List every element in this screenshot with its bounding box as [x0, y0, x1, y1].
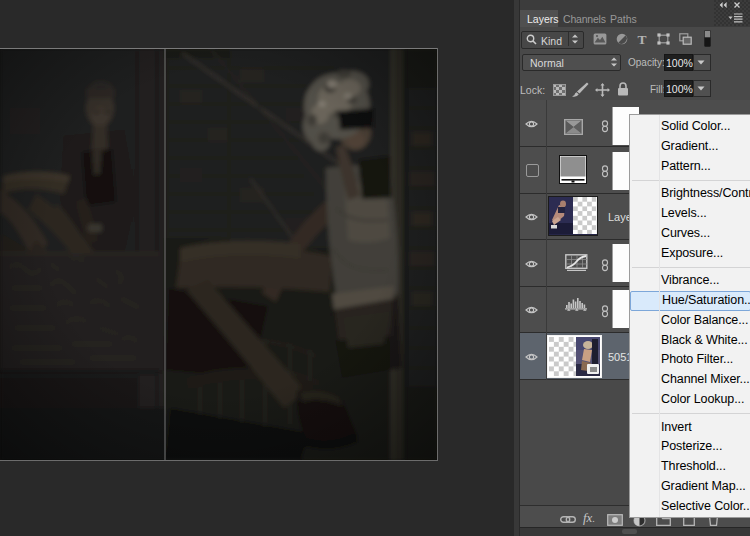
svg-text:T: T	[637, 32, 646, 45]
